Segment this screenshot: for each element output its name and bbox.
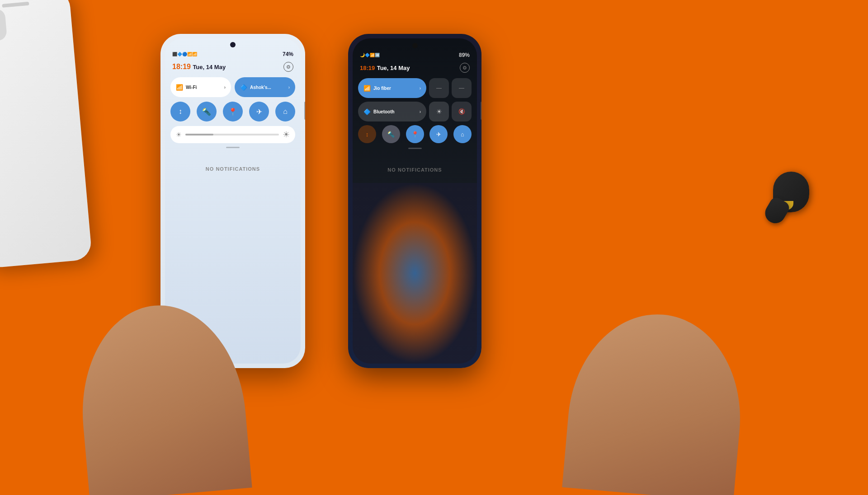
wifi-label-right: Jio fiber: [373, 86, 391, 91]
datetime-row-right: 18:19 Tue, 14 May ⚙: [358, 63, 472, 73]
no-notifications-right: NO NOTIFICATIONS: [358, 167, 472, 173]
wifi-chevron-right: ›: [420, 86, 421, 91]
datetime-row-left: 18:19 Tue, 14 May ⚙: [170, 62, 295, 72]
scroll-indicator-left: [226, 147, 240, 148]
status-indicator: ⬛🔷🔵📶📶: [172, 52, 197, 56]
side-button-right: [481, 102, 481, 120]
extra-icon-2: —: [459, 85, 464, 91]
bluetooth-toggle-right[interactable]: 🔷 Bluetooth ›: [358, 102, 426, 121]
datetime-right: 18:19 Tue, 14 May: [360, 64, 410, 72]
icon-torch-left[interactable]: 🔦: [197, 102, 217, 121]
status-bar-left: ⬛🔷🔵📶📶 74%: [165, 47, 301, 59]
wifi-toggle-left[interactable]: 📶 Wi-Fi ›: [170, 77, 231, 97]
side-button-left: [304, 102, 305, 120]
icons-row-left: ↕ 🔦 📍 ✈ ⌂: [170, 102, 295, 121]
camera-module: [0, 9, 7, 43]
bt-chevron-right: ›: [420, 109, 421, 114]
brightness-slider-left[interactable]: [185, 134, 279, 135]
mute-icon-right: 🔇: [458, 108, 465, 115]
wifi-icon-left: 📶: [176, 84, 183, 91]
brightness-high-icon-left: ☀: [283, 130, 290, 140]
notif-panel-left: 18:19 Tue, 14 May ⚙ 📶 Wi-Fi › 🔷 Ashok's.…: [165, 59, 301, 174]
wifi-icon-right: 📶: [363, 85, 371, 92]
wifi-chevron-left: ›: [224, 85, 226, 90]
icon-home-right[interactable]: ⌂: [453, 125, 472, 143]
date-left: Tue, 14 May: [193, 64, 226, 70]
phone-right-screen: 🌙🔷📶➡️ 89% 18:19 Tue, 14 May ⚙ 📶 Jio fibe…: [353, 38, 477, 364]
icon-airplane-left[interactable]: ✈: [249, 102, 269, 121]
battery-left: 74%: [283, 51, 293, 57]
bluetooth-toggle-left[interactable]: 🔷 Ashok's... ›: [235, 77, 295, 97]
extra-toggle-2-right[interactable]: —: [452, 78, 472, 98]
front-camera-left: [230, 42, 236, 47]
notif-panel-right: 18:19 Tue, 14 May ⚙ 📶 Jio fiber › — —: [353, 60, 477, 175]
colorful-bg-right: [353, 183, 477, 364]
no-notifications-left: NO NOTIFICATIONS: [170, 166, 295, 172]
scroll-indicator-right: [408, 148, 422, 149]
earbuds: [750, 172, 809, 226]
brightness-btn-right[interactable]: ☀: [429, 102, 449, 121]
bt-chevron-left: ›: [288, 85, 290, 90]
extra-toggle-1-right[interactable]: —: [429, 78, 449, 98]
bluetooth-icon-left: 🔷: [240, 84, 247, 91]
wifi-label-left: Wi-Fi: [186, 85, 197, 90]
phone-right: 🌙🔷📶➡️ 89% 18:19 Tue, 14 May ⚙ 📶 Jio fibe…: [348, 34, 481, 368]
status-icons-right: 🌙🔷📶➡️: [360, 53, 380, 57]
icon-airplane-right[interactable]: ✈: [429, 125, 448, 143]
settings-btn-right[interactable]: ⚙: [460, 63, 470, 73]
toggle-row-left: 📶 Wi-Fi › 🔷 Ashok's... ›: [170, 77, 295, 97]
brightness-row-left: ☀ ☀: [170, 126, 295, 143]
battery-right: 89%: [459, 52, 470, 58]
wifi-row-right: 📶 Jio fiber › — —: [358, 78, 472, 98]
brightness-low-icon-left: ☀: [176, 131, 182, 138]
icon-data-left[interactable]: ↕: [170, 102, 190, 121]
front-camera-right: [412, 43, 418, 48]
icon-torch-right[interactable]: 🔦: [382, 125, 400, 143]
mute-btn-right[interactable]: 🔇: [452, 102, 472, 121]
status-bar-right: 🌙🔷📶➡️ 89%: [353, 48, 477, 60]
brightness-icon-right: ☀: [436, 108, 442, 115]
status-icons-left: ⬛🔷🔵📶📶: [172, 52, 197, 56]
bluetooth-row-right: 🔷 Bluetooth › ☀ 🔇: [358, 102, 472, 121]
icon-data-right[interactable]: ↕: [358, 125, 376, 143]
extra-icon-1: —: [436, 85, 442, 91]
time-right: 18:19: [360, 65, 375, 71]
brightness-fill-left: [185, 134, 213, 135]
bluetooth-label-right: Bluetooth: [373, 109, 395, 114]
wifi-toggle-right[interactable]: 📶 Jio fiber ›: [358, 78, 426, 98]
datetime-left: 18:19 Tue, 14 May: [172, 63, 226, 71]
icon-location-right[interactable]: 📍: [406, 125, 424, 143]
status-indicator-right: 🌙🔷📶➡️: [360, 53, 380, 57]
bluetooth-label-left: Ashok's...: [250, 85, 271, 90]
icon-location-left[interactable]: 📍: [223, 102, 243, 121]
bluetooth-icon-right: 🔷: [363, 108, 371, 115]
icons-row-right: ↕ 🔦 📍 ✈ ⌂: [358, 125, 472, 143]
settings-btn-left[interactable]: ⚙: [283, 62, 293, 72]
icon-home-left[interactable]: ⌂: [275, 102, 295, 121]
date-right: Tue, 14 May: [377, 65, 410, 71]
time-left: 18:19: [172, 63, 191, 70]
